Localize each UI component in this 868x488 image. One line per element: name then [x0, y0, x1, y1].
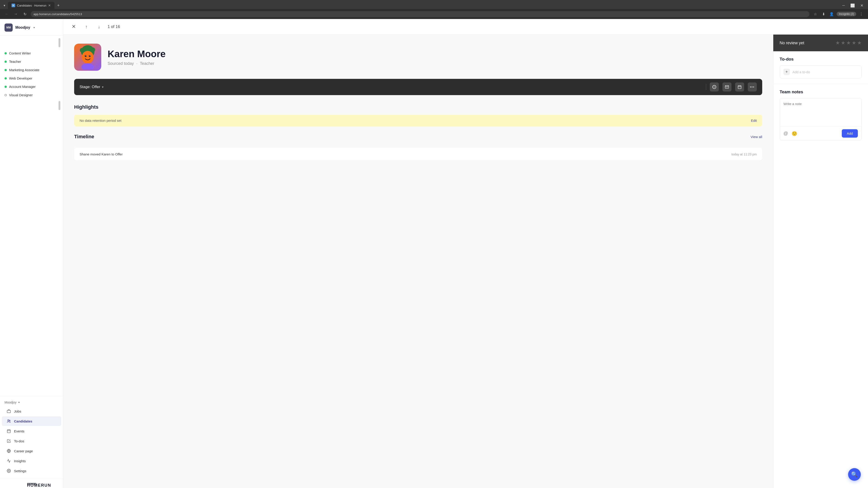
gear-icon	[6, 468, 11, 473]
sidebar-item-marketing-associate[interactable]: Marketing Associate	[0, 66, 63, 74]
candidate-role: Teacher	[140, 61, 154, 66]
status-dot	[4, 52, 7, 55]
emoji-button[interactable]: 🙂	[792, 131, 797, 136]
mention-button[interactable]: @	[783, 131, 788, 136]
stage-chevron-icon: ▾	[102, 85, 103, 89]
timeline-section: Timeline View all Shane moved Karen to O…	[74, 134, 762, 161]
right-panel: No review yet ★ ★ ★ ★ ★ To-dos + Add a t…	[773, 35, 868, 488]
briefcase-icon	[6, 409, 11, 414]
maximize-button[interactable]: ⬜	[848, 2, 857, 9]
star-rating[interactable]: ★ ★ ★ ★ ★	[835, 40, 862, 46]
sidebar-item-web-developer[interactable]: Web Developer	[0, 74, 63, 83]
highlights-title: Highlights	[74, 104, 762, 110]
close-window-button[interactable]: ✕	[857, 2, 866, 9]
candidate-main: Karen Moore Sourced today · Teacher Stag…	[63, 35, 773, 488]
notes-box: @ 🙂 Add	[780, 98, 862, 140]
globe-icon	[6, 449, 11, 453]
job-label: Account Manager	[9, 85, 36, 89]
back-button[interactable]: ←	[4, 11, 10, 17]
bookmark-button[interactable]: ☆	[812, 11, 818, 17]
chat-bubble-button[interactable]: 🔍	[848, 468, 861, 481]
sidebar-footer: HOMERUN	[0, 479, 63, 488]
warning-banner: No data retention period set Edit	[74, 115, 762, 127]
plus-icon: +	[783, 69, 790, 75]
edit-link[interactable]: Edit	[751, 119, 757, 123]
svg-point-9	[8, 470, 9, 471]
star-3[interactable]: ★	[846, 40, 851, 46]
forward-button[interactable]: →	[13, 11, 19, 17]
content-area: Karen Moore Sourced today · Teacher Stag…	[63, 35, 868, 488]
prev-candidate-button[interactable]: ↑	[82, 23, 90, 31]
minimize-button[interactable]: ─	[839, 2, 848, 9]
sidebar-item-teacher[interactable]: Teacher	[0, 57, 63, 66]
svg-point-2	[9, 420, 10, 421]
sidebar-item-candidates[interactable]: Candidates	[2, 416, 61, 426]
job-label: Marketing Associate	[9, 68, 39, 72]
notes-input[interactable]	[780, 98, 862, 125]
job-label: Content Writer	[9, 51, 31, 55]
star-4[interactable]: ★	[852, 40, 856, 46]
star-5[interactable]: ★	[857, 40, 862, 46]
sidebar-header: MM Moodjoy ▾	[0, 19, 63, 35]
timeline-header: Timeline View all	[74, 134, 762, 140]
address-bar[interactable]: app.homerun.co/candidates/5425513	[31, 11, 809, 17]
sidebar-item-career-page[interactable]: Career page	[2, 446, 61, 456]
view-all-button[interactable]: View all	[751, 135, 762, 139]
sidebar-item-account-manager[interactable]: Account Manager	[0, 83, 63, 91]
svg-point-12	[83, 46, 88, 51]
add-note-button[interactable]: Add	[842, 129, 858, 138]
profile-button[interactable]: 👤	[829, 11, 835, 17]
stage-email-button[interactable]	[722, 83, 732, 92]
job-label: Teacher	[9, 60, 21, 64]
nav-label-todos: To-dos	[14, 439, 24, 443]
candidate-name: Karen Moore	[107, 48, 166, 60]
nav-org-row[interactable]: Moodjoy ▾	[0, 399, 63, 406]
svg-point-15	[82, 51, 94, 64]
nav-section: Moodjoy ▾ Jobs Candidates Events	[0, 396, 63, 479]
star-1[interactable]: ★	[835, 40, 840, 46]
candidate-info: Karen Moore Sourced today · Teacher	[107, 48, 166, 66]
sidebar-item-events[interactable]: Events	[2, 426, 61, 436]
sidebar-item-settings[interactable]: Settings	[2, 466, 61, 476]
timeline-time: today at 11:23 pm	[732, 153, 757, 156]
status-dot	[4, 61, 7, 63]
stage-reject-button[interactable]	[710, 83, 719, 92]
close-button[interactable]: ✕	[70, 23, 78, 31]
job-label: Web Developer	[9, 76, 32, 80]
tab-favicon: H	[11, 4, 15, 7]
notes-section: Team notes @ 🙂 Add	[773, 84, 868, 488]
org-dropdown-icon[interactable]: ▾	[33, 26, 35, 29]
checkbox-icon	[6, 438, 11, 444]
sidebar-item-visual-designer[interactable]: Visual Designer	[0, 91, 63, 99]
tab-title: Candidates · Homerun	[17, 4, 46, 7]
stage-divider	[706, 84, 706, 90]
nav-label-insights: Insights	[14, 459, 26, 463]
sidebar-item-insights[interactable]: Insights	[2, 456, 61, 466]
notes-icons: @ 🙂	[783, 131, 797, 136]
stage-schedule-button[interactable]	[735, 83, 744, 92]
next-candidate-button[interactable]: ↓	[95, 23, 103, 31]
stage-more-button[interactable]: •••	[748, 83, 757, 92]
tab-close-button[interactable]: ✕	[48, 4, 51, 7]
new-tab-button[interactable]: +	[55, 2, 61, 9]
scroll-indicator-bottom	[59, 101, 60, 110]
star-2[interactable]: ★	[841, 40, 845, 46]
reload-button[interactable]: ↻	[22, 11, 28, 17]
stage-select[interactable]: Stage: Offer ▾	[80, 85, 702, 89]
tab-group-button[interactable]: ▾	[2, 3, 7, 8]
sidebar-item-jobs[interactable]: Jobs	[2, 406, 61, 416]
notes-title: Team notes	[780, 90, 862, 94]
active-tab[interactable]: H Candidates · Homerun ✕	[8, 2, 55, 9]
incognito-badge[interactable]: Incognito (2)	[837, 12, 856, 16]
candidate-avatar	[74, 43, 101, 71]
chart-icon	[6, 458, 11, 463]
sidebar-item-todos[interactable]: To-dos	[2, 436, 61, 446]
review-label: No review yet	[780, 41, 804, 45]
nav-label-jobs: Jobs	[14, 410, 21, 413]
download-button[interactable]: ⬇	[820, 11, 827, 17]
sidebar-item-content-writer[interactable]: Content Writer	[0, 49, 63, 57]
menu-button[interactable]: ⋮	[858, 11, 864, 17]
svg-point-18	[86, 56, 86, 56]
job-list: Content Writer Teacher Marketing Associa…	[0, 35, 63, 396]
add-todo-button[interactable]: + Add a to-do	[780, 65, 862, 78]
